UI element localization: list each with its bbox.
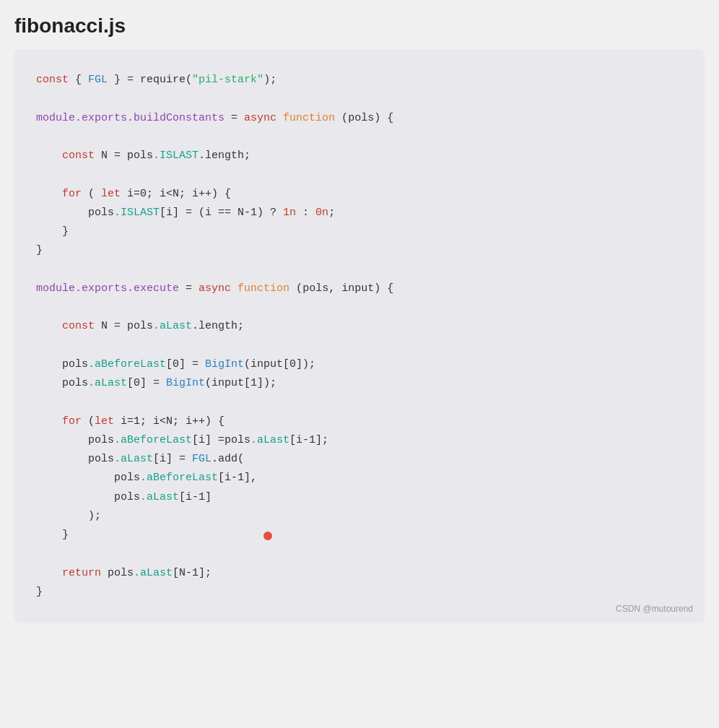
code-content: const { FGL } = require("pil-stark"); mo… <box>36 71 683 602</box>
watermark: CSDN @mutourend <box>616 602 693 616</box>
page-title: fibonacci.js <box>14 14 705 38</box>
code-block: const { FGL } = require("pil-stark"); mo… <box>14 49 705 623</box>
